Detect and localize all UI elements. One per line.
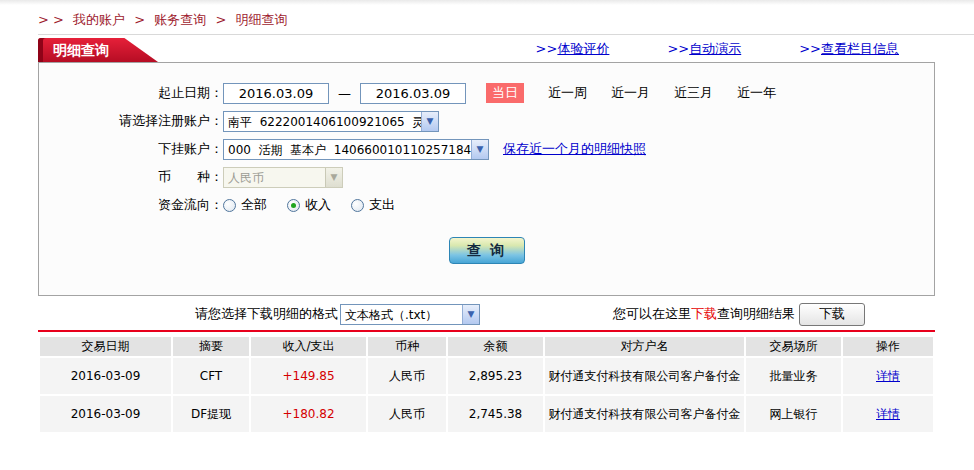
link-view-column-info[interactable]: >>查看栏目信息 <box>799 40 899 58</box>
top-strip <box>0 0 974 5</box>
header-counterparty: 对方户名 <box>545 337 744 356</box>
quick-range-year[interactable]: 近一年 <box>737 84 776 102</box>
cell-place: 网上银行 <box>746 396 841 432</box>
cell-currency: 人民币 <box>368 396 446 432</box>
detail-link[interactable]: 详情 <box>876 407 900 421</box>
download-row: 请您选择下载明细的格式 文本格式（.txt） ▼ 您可以在这里下载查询明细结果 … <box>38 302 935 326</box>
breadcrumb-separator: > <box>134 12 145 27</box>
flow-radio-all[interactable]: 全部 <box>223 196 267 214</box>
flow-option-label: 全部 <box>241 196 267 214</box>
quick-range-month[interactable]: 近一月 <box>611 84 650 102</box>
download-format-value: 文本格式（.txt） <box>341 305 462 324</box>
breadcrumb: > > 我的账户 > 账务查询 > 明细查询 <box>38 11 974 28</box>
quick-range-quarter[interactable]: 近三月 <box>674 84 713 102</box>
cell-amount: +180.82 <box>251 396 366 432</box>
flow-option-label: 支出 <box>369 196 395 214</box>
red-divider <box>38 330 935 332</box>
download-hint-before: 您可以在这里 <box>613 305 691 323</box>
sub-account-label: 下挂账户： <box>39 140 223 158</box>
date-range-dash: — <box>338 86 351 101</box>
header-balance: 余额 <box>448 337 543 356</box>
header-date: 交易日期 <box>40 337 171 356</box>
cell-counterparty: 财付通支付科技有限公司客户备付金 <box>545 358 744 394</box>
header-currency: 币种 <box>368 337 446 356</box>
download-format-select[interactable]: 文本格式（.txt） ▼ <box>340 304 480 325</box>
end-date-input[interactable] <box>360 83 466 104</box>
quick-range-week[interactable]: 近一周 <box>548 84 587 102</box>
query-button-row: 查 询 <box>39 237 934 264</box>
cell-counterparty: 财付通支付科技有限公司客户备付金 <box>545 396 744 432</box>
breadcrumb-item-account-query[interactable]: 账务查询 <box>154 12 206 27</box>
table-row: 2016-03-09 DF提现 +180.82 人民币 2,745.38 财付通… <box>40 396 933 432</box>
today-badge[interactable]: 当日 <box>486 83 524 103</box>
date-range-row: 起止日期： — 当日 近一周 近一月 近三月 近一年 <box>39 79 934 107</box>
link-label: 自动演示 <box>689 41 741 56</box>
link-experience-rating[interactable]: >>体验评价 <box>536 40 610 58</box>
cell-amount: +149.85 <box>251 358 366 394</box>
transaction-table: 交易日期 摘要 收入/支出 币种 余额 对方户名 交易场所 操作 2016-03… <box>38 335 935 434</box>
radio-icon[interactable] <box>287 199 300 212</box>
breadcrumb-item-my-account[interactable]: 我的账户 <box>73 12 125 27</box>
query-button[interactable]: 查 询 <box>449 237 525 264</box>
register-account-label: 请选择注册账户： <box>39 112 223 130</box>
top-links: >>体验评价 >>自动演示 >>查看栏目信息 <box>536 40 899 62</box>
currency-label: 币 种： <box>39 168 223 186</box>
download-hint-after: 查询明细结果 <box>717 305 795 323</box>
download-format-label: 请您选择下载明细的格式 <box>195 305 338 323</box>
chevron-down-icon: ▼ <box>421 112 438 131</box>
radio-icon[interactable] <box>351 199 364 212</box>
sub-account-select[interactable]: 000 活期 基本户 1406600101102571848 ▼ <box>223 139 489 160</box>
save-monthly-snapshot-link[interactable]: 保存近一个月的明细快照 <box>503 140 646 158</box>
cell-summary: DF提现 <box>173 396 249 432</box>
flow-option-label: 收入 <box>305 196 331 214</box>
link-prefix: >> <box>536 41 558 56</box>
table-row: 2016-03-09 CFT +149.85 人民币 2,895.23 财付通支… <box>40 358 933 394</box>
chevron-down-icon: ▼ <box>462 305 479 324</box>
cell-balance: 2,895.23 <box>448 358 543 394</box>
register-account-value: 南平 6222001406100921065 灵通卡 <box>224 112 421 131</box>
cell-date: 2016-03-09 <box>40 396 171 432</box>
flow-row: 资金流向： 全部 收入 支出 <box>39 191 934 219</box>
cell-balance: 2,745.38 <box>448 396 543 432</box>
query-form-panel: 起止日期： — 当日 近一周 近一月 近三月 近一年 请选择注册账户： 南平 6… <box>38 62 935 296</box>
breadcrumb-item-detail-query: 明细查询 <box>235 12 287 27</box>
flow-radio-income[interactable]: 收入 <box>287 196 331 214</box>
currency-select-disabled: 人民币 ▼ <box>223 167 343 188</box>
start-date-input[interactable] <box>223 83 329 104</box>
date-range-label: 起止日期： <box>39 84 223 102</box>
cell-summary: CFT <box>173 358 249 394</box>
flow-label: 资金流向： <box>39 196 223 214</box>
link-label: 查看栏目信息 <box>821 41 899 56</box>
breadcrumb-prefix: > > <box>38 12 64 27</box>
link-prefix: >> <box>799 41 821 56</box>
chevron-down-icon: ▼ <box>325 168 342 187</box>
currency-value: 人民币 <box>224 168 325 187</box>
download-hint-group: 您可以在这里下载查询明细结果 下载 <box>613 303 865 326</box>
register-account-select[interactable]: 南平 6222001406100921065 灵通卡 ▼ <box>223 111 439 132</box>
table-header-row: 交易日期 摘要 收入/支出 币种 余额 对方户名 交易场所 操作 <box>40 337 933 356</box>
cell-place: 批量业务 <box>746 358 841 394</box>
cell-date: 2016-03-09 <box>40 358 171 394</box>
register-account-row: 请选择注册账户： 南平 6222001406100921065 灵通卡 ▼ <box>39 107 934 135</box>
cell-currency: 人民币 <box>368 358 446 394</box>
chevron-down-icon: ▼ <box>471 140 488 159</box>
link-prefix: >> <box>667 41 689 56</box>
radio-icon[interactable] <box>223 199 236 212</box>
sub-account-value: 000 活期 基本户 1406600101102571848 <box>224 140 471 159</box>
download-format-group: 请您选择下载明细的格式 文本格式（.txt） ▼ <box>195 304 480 325</box>
header-place: 交易场所 <box>746 337 841 356</box>
link-label: 体验评价 <box>557 41 609 56</box>
breadcrumb-divider <box>38 34 974 35</box>
tab-row: 明细查询 >>体验评价 >>自动演示 >>查看栏目信息 <box>38 38 935 62</box>
flow-radio-expense[interactable]: 支出 <box>351 196 395 214</box>
tab-detail-query[interactable]: 明细查询 <box>38 38 158 62</box>
currency-row: 币 种： 人民币 ▼ <box>39 163 934 191</box>
header-amount: 收入/支出 <box>251 337 366 356</box>
link-auto-demo[interactable]: >>自动演示 <box>667 40 741 58</box>
breadcrumb-separator: > <box>215 12 226 27</box>
download-button[interactable]: 下载 <box>799 303 865 326</box>
detail-link[interactable]: 详情 <box>876 369 900 383</box>
download-hint-link[interactable]: 下载 <box>691 305 717 323</box>
header-action: 操作 <box>843 337 933 356</box>
sub-account-row: 下挂账户： 000 活期 基本户 1406600101102571848 ▼ 保… <box>39 135 934 163</box>
